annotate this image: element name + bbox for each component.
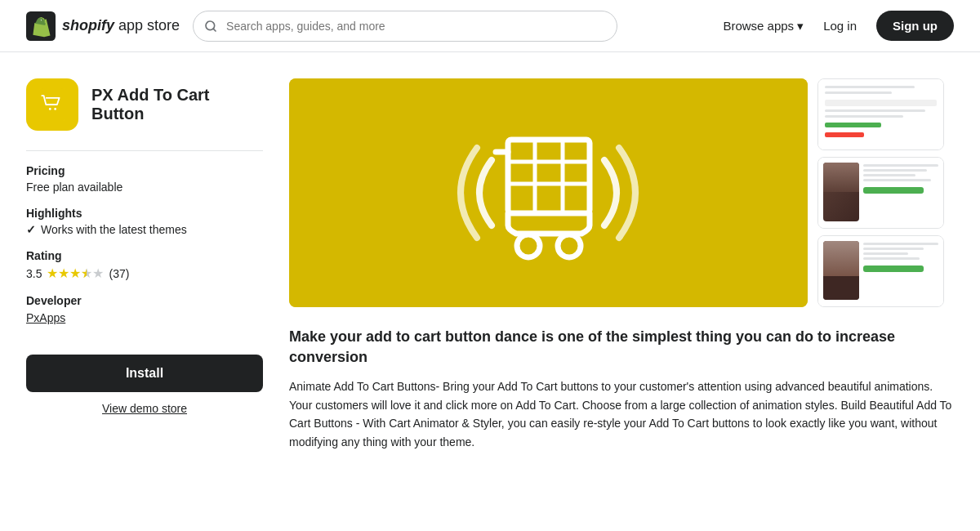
svg-point-11 bbox=[517, 234, 540, 257]
header-nav: Browse apps ▾ Log in Sign up bbox=[723, 11, 954, 41]
highlight-item: ✓ Works with the latest themes bbox=[26, 223, 263, 236]
rating-count: (37) bbox=[109, 267, 129, 280]
cart-app-icon bbox=[36, 88, 69, 121]
developer-section: Developer PxApps bbox=[26, 294, 263, 325]
main-image[interactable] bbox=[289, 78, 808, 307]
browse-apps-button[interactable]: Browse apps ▾ bbox=[723, 19, 804, 33]
main-image-inner bbox=[289, 78, 808, 307]
logo[interactable]: shopify app store bbox=[26, 11, 180, 41]
thumbnail-2[interactable] bbox=[817, 157, 944, 229]
app-icon bbox=[26, 78, 78, 131]
view-demo-store-link[interactable]: View demo store bbox=[26, 402, 263, 415]
signup-button[interactable]: Sign up bbox=[876, 11, 954, 41]
check-icon: ✓ bbox=[26, 223, 36, 236]
main-content: PX Add To Cart Button Pricing Free plan … bbox=[0, 52, 980, 477]
svg-point-5 bbox=[54, 108, 56, 110]
thumb-2-content bbox=[818, 158, 943, 228]
main-panel: Make your add to cart button dance is on… bbox=[289, 78, 954, 451]
search-input[interactable] bbox=[193, 11, 617, 42]
thumbnail-1[interactable] bbox=[817, 78, 944, 150]
rating-label: Rating bbox=[26, 249, 263, 262]
pricing-section: Pricing Free plan available bbox=[26, 164, 263, 194]
star-4-half: ★ ★ bbox=[81, 266, 92, 281]
hero-cart-svg bbox=[418, 95, 679, 291]
svg-rect-6 bbox=[508, 140, 590, 213]
star-3: ★ bbox=[69, 266, 81, 281]
pricing-value: Free plan available bbox=[26, 181, 263, 194]
developer-label: Developer bbox=[26, 294, 263, 307]
svg-point-4 bbox=[49, 108, 51, 110]
divider-1 bbox=[26, 150, 263, 151]
svg-point-12 bbox=[558, 234, 581, 257]
media-gallery bbox=[289, 78, 954, 307]
site-header: shopify app store Browse apps ▾ Log in S… bbox=[0, 0, 980, 52]
star-1: ★ bbox=[47, 266, 58, 281]
thumb-1-content bbox=[818, 79, 943, 149]
developer-link[interactable]: PxApps bbox=[26, 311, 65, 324]
star-5: ★ bbox=[92, 266, 104, 281]
highlights-section: Highlights ✓ Works with the latest theme… bbox=[26, 207, 263, 236]
logo-text: shopify app store bbox=[62, 17, 180, 34]
login-button[interactable]: Log in bbox=[823, 19, 857, 33]
pricing-label: Pricing bbox=[26, 164, 263, 177]
thumbnail-3[interactable] bbox=[817, 235, 944, 307]
rating-number: 3.5 bbox=[26, 267, 42, 280]
search-icon bbox=[204, 20, 217, 33]
highlights-label: Highlights bbox=[26, 207, 263, 220]
description-section: Make your add to cart button dance is on… bbox=[289, 327, 954, 451]
shopify-logo-icon bbox=[26, 11, 56, 41]
install-button[interactable]: Install bbox=[26, 355, 263, 392]
thumbnails-panel bbox=[817, 78, 944, 307]
chevron-down-icon: ▾ bbox=[797, 19, 804, 33]
app-header-info: PX Add To Cart Button bbox=[26, 78, 263, 131]
rating-wrap: 3.5 ★ ★ ★ ★ ★ ★ (37) bbox=[26, 266, 263, 281]
svg-line-2 bbox=[213, 29, 216, 31]
rating-section: Rating 3.5 ★ ★ ★ ★ ★ ★ (37) bbox=[26, 249, 263, 281]
description-text: Animate Add To Cart Buttons- Bring your … bbox=[289, 377, 954, 451]
app-title: PX Add To Cart Button bbox=[91, 86, 263, 123]
description-title: Make your add to cart button dance is on… bbox=[289, 327, 954, 368]
star-rating: ★ ★ ★ ★ ★ ★ bbox=[47, 266, 104, 281]
star-2: ★ bbox=[58, 266, 69, 281]
sidebar: PX Add To Cart Button Pricing Free plan … bbox=[26, 78, 263, 451]
search-bar bbox=[193, 11, 617, 42]
thumb-3-content bbox=[818, 236, 943, 306]
